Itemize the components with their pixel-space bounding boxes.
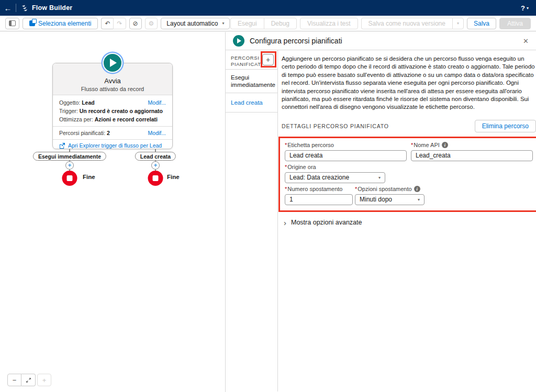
details-heading: DETTAGLI PERCORSO PIANIFICATO bbox=[282, 123, 389, 129]
chevron-down-icon: ▾ bbox=[418, 197, 420, 202]
chevron-down-icon: ▾ bbox=[527, 6, 529, 10]
panel-header: Configura percorsi pianificati ✕ bbox=[226, 32, 536, 50]
debug-button: Debug bbox=[264, 18, 297, 29]
info-icon[interactable]: i bbox=[442, 142, 448, 148]
required-mark: * bbox=[411, 142, 413, 148]
panel-title: Configura percorsi pianificati bbox=[250, 37, 342, 45]
end-node-left[interactable] bbox=[62, 171, 77, 186]
undo-button[interactable]: ↶ bbox=[101, 18, 113, 29]
activate-button: Attiva bbox=[499, 18, 531, 29]
required-mark: * bbox=[285, 164, 287, 170]
select-elements-button[interactable]: Seleziona elementi bbox=[23, 18, 98, 29]
label-etichetta-percorso: *Etichetta percorso bbox=[285, 142, 407, 149]
configure-paths-panel: Configura percorsi pianificati ✕ PERCORS… bbox=[225, 32, 536, 392]
required-mark: * bbox=[285, 186, 287, 192]
open-trigger-explorer-link[interactable]: Apri Explorer trigger di flusso per Lead bbox=[53, 140, 172, 151]
start-icon bbox=[233, 35, 244, 47]
advanced-toggle-label: Mostra opzioni avanzate bbox=[291, 219, 362, 226]
nav-item-lead-created[interactable]: Lead creata bbox=[226, 93, 277, 113]
disable-icon: ⊘ bbox=[133, 20, 138, 27]
save-button[interactable]: Salva bbox=[467, 18, 496, 29]
help-icon: ? bbox=[521, 4, 525, 12]
origine-ora-select[interactable]: Lead: Data creazione ▾ bbox=[285, 172, 385, 183]
chevron-right-icon: › bbox=[284, 219, 286, 227]
close-icon[interactable]: ✕ bbox=[523, 37, 529, 45]
required-mark: * bbox=[285, 142, 287, 148]
start-node-row-paths: Modif... Percorsi pianificati: 2 bbox=[59, 129, 166, 137]
save-as-new-version-button: Salva come nuova versione bbox=[361, 18, 452, 29]
start-node-card[interactable]: Avvia Flusso attivato da record Modif...… bbox=[52, 63, 173, 149]
zoom-in-button: + bbox=[37, 374, 51, 386]
plus-icon: + bbox=[68, 162, 71, 169]
settings-button: ⚙ bbox=[145, 18, 158, 29]
end-node-right[interactable] bbox=[148, 171, 163, 186]
app-header: ← Flow Builder ? ▾ bbox=[0, 0, 536, 16]
origine-ora-value: Lead: Data creazione bbox=[289, 174, 349, 181]
external-link-icon bbox=[59, 143, 65, 149]
zoom-out-button[interactable]: − bbox=[7, 374, 21, 386]
required-mark: * bbox=[355, 186, 357, 192]
label-numero-spostamento: *Numero spostamento bbox=[285, 186, 353, 193]
panel-left-icon bbox=[9, 20, 16, 26]
app-title: Flow Builder bbox=[32, 4, 72, 12]
start-node-row-trigger: Trigger: Un record è creato o aggiornato bbox=[59, 107, 166, 115]
trigger-value: Un record è creato o aggiornato bbox=[80, 108, 163, 114]
nav-item-run-immediately[interactable]: Esegui immediatamente bbox=[226, 70, 277, 93]
label-opzioni-spostamento: *Opzioni spostamento i bbox=[355, 186, 425, 193]
add-path-button[interactable]: + bbox=[262, 54, 274, 65]
label-origine-ora: *Origine ora bbox=[285, 164, 533, 171]
save-options-caret-button: ▾ bbox=[452, 18, 464, 29]
panel-description: Aggiungere un percorso pianificato se si… bbox=[282, 55, 536, 111]
nome-api-input[interactable] bbox=[411, 150, 533, 161]
edit-paths-link[interactable]: Modif... bbox=[148, 129, 166, 137]
play-icon bbox=[237, 38, 241, 43]
redo-button: ↷ bbox=[113, 18, 126, 29]
start-play-button[interactable] bbox=[103, 53, 122, 73]
end-node-left-label: Fine bbox=[83, 174, 95, 180]
add-element-button-right[interactable]: + bbox=[151, 161, 160, 170]
layout-dropdown-label: Layout automatico bbox=[166, 20, 218, 27]
panel-main: Aggiungere un percorso pianificato se si… bbox=[278, 50, 536, 391]
chevron-down-icon: ▾ bbox=[457, 21, 459, 26]
trigger-label: Trigger: bbox=[59, 108, 78, 114]
end-icon bbox=[67, 175, 73, 181]
optimize-label: Ottimizza per: bbox=[59, 116, 93, 122]
add-element-button-left[interactable]: + bbox=[65, 161, 74, 170]
numero-spostamento-input[interactable] bbox=[285, 194, 353, 205]
header-divider bbox=[16, 4, 16, 12]
branch-label-run-immediately[interactable]: Esegui immediatamente bbox=[33, 152, 106, 161]
delete-path-button[interactable]: Elimina percorso bbox=[475, 120, 536, 132]
back-icon[interactable]: ← bbox=[0, 4, 16, 13]
disable-elements-button[interactable]: ⊘ bbox=[129, 18, 142, 29]
toggle-panel-button[interactable] bbox=[5, 18, 19, 29]
branch-label-lead-created[interactable]: Lead creata bbox=[135, 152, 176, 161]
explorer-link-label: Apri Explorer trigger di flusso per Lead bbox=[68, 142, 162, 149]
fit-view-button[interactable] bbox=[21, 374, 36, 386]
optimize-value: Azioni e record correlati bbox=[95, 116, 158, 122]
opzioni-spostamento-select[interactable]: Minuti dopo ▾ bbox=[355, 194, 425, 205]
opzioni-spostamento-value: Minuti dopo bbox=[360, 196, 392, 203]
select-elements-icon bbox=[29, 20, 35, 26]
play-icon bbox=[110, 59, 117, 67]
object-value: Lead bbox=[82, 99, 95, 106]
start-node-row-object: Modif... Oggetto: Lead bbox=[59, 98, 166, 107]
show-advanced-options-toggle[interactable]: › Mostra opzioni avanzate bbox=[282, 219, 536, 227]
zoom-controls: − + bbox=[7, 374, 51, 386]
object-label: Oggetto: bbox=[59, 99, 80, 106]
help-menu[interactable]: ? ▾ bbox=[521, 0, 529, 16]
select-elements-label: Seleziona elementi bbox=[38, 20, 91, 27]
layout-dropdown[interactable]: Layout automatico ▾ bbox=[161, 18, 230, 29]
undo-icon: ↶ bbox=[105, 20, 110, 27]
plus-icon: + bbox=[153, 162, 157, 169]
expand-icon bbox=[26, 377, 31, 383]
label-nome-api: *Nome API i bbox=[411, 142, 533, 149]
info-icon[interactable]: i bbox=[414, 186, 420, 192]
start-node-title: Avvia bbox=[53, 77, 172, 85]
annotation-box-form: *Etichetta percorso *Nome API i *Origine… bbox=[278, 137, 536, 212]
chevron-down-icon: ▾ bbox=[378, 175, 381, 180]
flow-builder-icon bbox=[21, 4, 28, 12]
edit-object-link[interactable]: Modif... bbox=[148, 98, 166, 107]
redo-icon: ↷ bbox=[117, 20, 122, 27]
view-tests-button: Visualizza i test bbox=[300, 18, 358, 29]
etichetta-percorso-input[interactable] bbox=[285, 150, 407, 161]
